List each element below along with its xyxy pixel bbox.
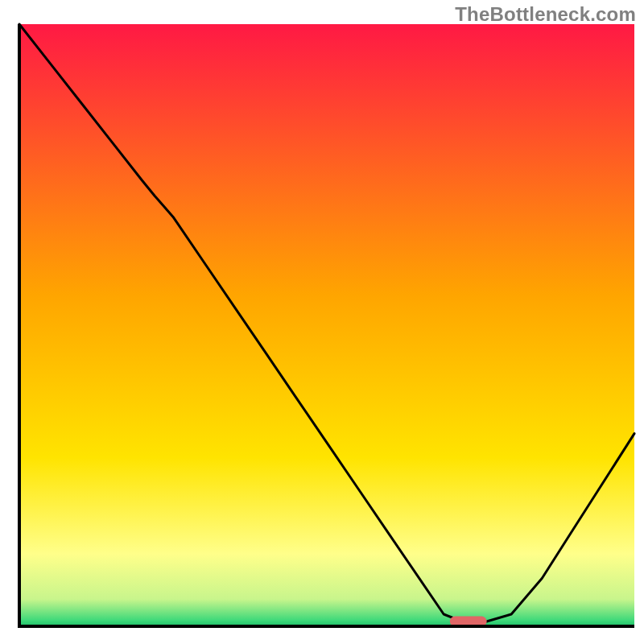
chart-background xyxy=(19,24,634,626)
chart-container: TheBottleneck.com xyxy=(0,0,644,644)
bottleneck-chart xyxy=(0,0,644,644)
watermark-text: TheBottleneck.com xyxy=(455,3,636,26)
